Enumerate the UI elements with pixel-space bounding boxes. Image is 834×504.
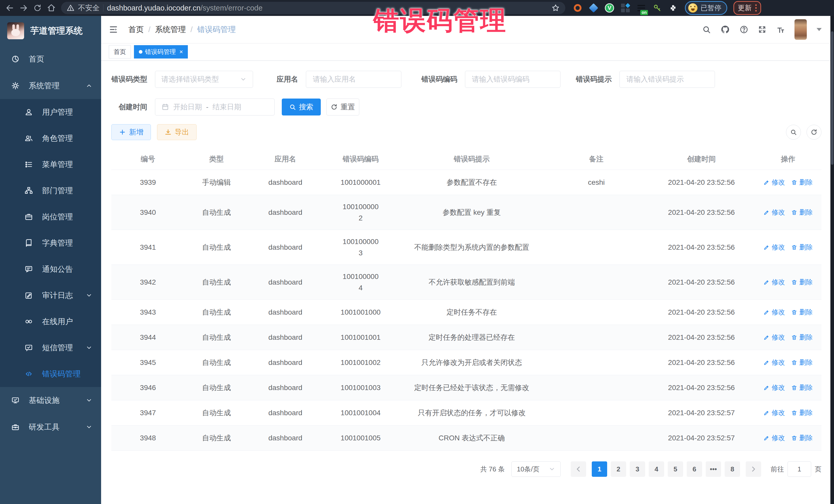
next-page-button[interactable] bbox=[746, 461, 761, 477]
delete-link[interactable]: 删除 bbox=[791, 308, 813, 317]
sidebar-item-首页[interactable]: 首页 bbox=[0, 46, 101, 72]
delete-link[interactable]: 删除 bbox=[791, 333, 813, 342]
date-range-picker[interactable]: 开始日期 - 结束日期 bbox=[155, 98, 275, 115]
edit-icon bbox=[764, 244, 770, 250]
edit-link[interactable]: 修改 bbox=[764, 383, 785, 392]
sidebar-item-短信管理[interactable]: 短信管理 bbox=[0, 335, 101, 361]
delete-link[interactable]: 删除 bbox=[791, 243, 813, 252]
sidebar-item-错误码管理[interactable]: 错误码管理 bbox=[0, 361, 101, 387]
edit-link[interactable]: 修改 bbox=[764, 278, 785, 287]
blue-grid-extension-icon[interactable] bbox=[620, 3, 631, 13]
back-icon[interactable] bbox=[4, 2, 15, 14]
page-button-2[interactable]: 2 bbox=[611, 461, 626, 477]
sidebar-item-通知公告[interactable]: 通知公告 bbox=[0, 256, 101, 282]
sidebar-item-字典管理[interactable]: 字典管理 bbox=[0, 230, 101, 256]
edit-link[interactable]: 修改 bbox=[764, 333, 785, 342]
forward-icon[interactable] bbox=[18, 2, 29, 14]
delete-link[interactable]: 删除 bbox=[791, 358, 813, 367]
blue-gem-extension-icon[interactable] bbox=[588, 3, 599, 13]
prev-page-button[interactable] bbox=[571, 461, 586, 477]
orange-ring-extension-icon[interactable] bbox=[572, 3, 583, 13]
key-extension-icon[interactable] bbox=[652, 3, 662, 13]
app-logo-row[interactable]: 芋道管理系统 bbox=[0, 16, 101, 46]
font-size-icon[interactable] bbox=[776, 25, 785, 34]
fullscreen-icon[interactable] bbox=[758, 25, 766, 34]
tab-错误码管理[interactable]: 错误码管理× bbox=[134, 45, 188, 59]
help-icon[interactable] bbox=[740, 25, 748, 34]
sidebar-item-系统管理[interactable]: 系统管理 bbox=[0, 72, 101, 99]
sidebar-item-用户管理[interactable]: 用户管理 bbox=[0, 99, 101, 125]
app-name-input[interactable] bbox=[312, 75, 395, 84]
search-icon[interactable] bbox=[702, 25, 711, 34]
edit-link[interactable]: 修改 bbox=[764, 308, 785, 317]
page-button-3[interactable]: 3 bbox=[630, 461, 645, 477]
column-header-编号: 编号 bbox=[111, 154, 184, 164]
edit-link[interactable]: 修改 bbox=[764, 208, 785, 217]
browser-update-button[interactable]: 更新 bbox=[733, 1, 761, 15]
page-button-1[interactable]: 1 bbox=[592, 461, 607, 477]
hamburger-icon[interactable] bbox=[109, 25, 118, 34]
tab-首页[interactable]: 首页 bbox=[109, 45, 131, 59]
profile-paused-pill[interactable]: 已暂停 bbox=[685, 1, 727, 15]
page-button-4[interactable]: 4 bbox=[649, 461, 664, 477]
breadcrumb-system[interactable]: 系统管理 bbox=[155, 24, 186, 35]
sidebar-item-在线用户[interactable]: 在线用户 bbox=[0, 308, 101, 335]
delete-link[interactable]: 删除 bbox=[791, 434, 813, 442]
sidebar-item-部门管理[interactable]: 部门管理 bbox=[0, 178, 101, 204]
edit-link[interactable]: 修改 bbox=[764, 358, 785, 367]
sidebar-item-基础设施[interactable]: 基础设施 bbox=[0, 387, 101, 414]
export-button[interactable]: 导出 bbox=[157, 124, 197, 140]
edit-link[interactable]: 修改 bbox=[764, 434, 785, 442]
goto-page-input[interactable]: 1 bbox=[788, 461, 811, 477]
refresh-table-button[interactable] bbox=[807, 125, 821, 139]
error-msg-input[interactable] bbox=[626, 75, 708, 84]
gear-icon bbox=[11, 82, 20, 90]
page-button-8[interactable]: 8 bbox=[725, 461, 740, 477]
reload-icon[interactable] bbox=[32, 2, 43, 14]
search-button[interactable]: 搜索 bbox=[282, 98, 321, 115]
browser-scrollbar[interactable] bbox=[830, 16, 834, 504]
scrollbar-thumb[interactable] bbox=[831, 31, 833, 165]
home-icon[interactable] bbox=[46, 2, 57, 14]
more-pages-button[interactable]: ••• bbox=[706, 461, 721, 477]
chevron-down-icon bbox=[86, 344, 92, 351]
delete-link[interactable]: 删除 bbox=[791, 178, 813, 187]
sidebar-item-label: 岗位管理 bbox=[42, 212, 73, 222]
audit-log-icon bbox=[25, 291, 33, 300]
close-icon[interactable]: × bbox=[179, 49, 183, 55]
browser-menu-icon[interactable] bbox=[755, 4, 757, 12]
delete-link[interactable]: 删除 bbox=[791, 278, 813, 287]
github-icon[interactable] bbox=[721, 25, 730, 34]
page-button-6[interactable]: 6 bbox=[687, 461, 702, 477]
sidebar-item-研发工具[interactable]: 研发工具 bbox=[0, 414, 101, 440]
sidebar-item-岗位管理[interactable]: 岗位管理 bbox=[0, 204, 101, 230]
user-avatar[interactable] bbox=[794, 19, 807, 40]
delete-link[interactable]: 删除 bbox=[791, 208, 813, 217]
edit-link[interactable]: 修改 bbox=[764, 243, 785, 252]
breadcrumb-home[interactable]: 首页 bbox=[128, 24, 144, 35]
bookmark-star-icon[interactable] bbox=[551, 4, 560, 12]
error-code-input[interactable] bbox=[471, 75, 554, 84]
sidebar-item-审计日志[interactable]: 审计日志 bbox=[0, 282, 101, 308]
refresh-icon bbox=[331, 104, 337, 110]
edit-link[interactable]: 修改 bbox=[764, 408, 785, 417]
page-size-select[interactable]: 10条/页 bbox=[511, 461, 561, 477]
sidebar-item-菜单管理[interactable]: 菜单管理 bbox=[0, 151, 101, 178]
add-button[interactable]: 新增 bbox=[111, 124, 151, 140]
caret-down-icon[interactable] bbox=[816, 28, 822, 31]
vue-devtools-icon[interactable]: V bbox=[604, 3, 615, 13]
toggle-search-button[interactable] bbox=[786, 125, 801, 139]
row-type: 自动生成 bbox=[184, 278, 248, 287]
sidebar-item-角色管理[interactable]: 角色管理 bbox=[0, 125, 101, 151]
delete-link[interactable]: 删除 bbox=[791, 383, 813, 392]
address-bar[interactable]: 不安全 dashboard.yudao.iocoder.cn/system/er… bbox=[61, 2, 565, 14]
page-button-5[interactable]: 5 bbox=[668, 461, 683, 477]
error-type-select[interactable]: 请选择错误码类型 bbox=[155, 71, 253, 88]
puzzle-extensions-icon[interactable] bbox=[668, 3, 678, 13]
edit-link[interactable]: 修改 bbox=[764, 178, 785, 187]
delete-link[interactable]: 删除 bbox=[791, 408, 813, 417]
reset-button[interactable]: 重置 bbox=[326, 98, 359, 115]
switch-on-extension-icon[interactable]: on bbox=[636, 3, 646, 13]
browser-chrome: 不安全 dashboard.yudao.iocoder.cn/system/er… bbox=[0, 0, 834, 16]
infrastructure-icon bbox=[11, 396, 20, 404]
